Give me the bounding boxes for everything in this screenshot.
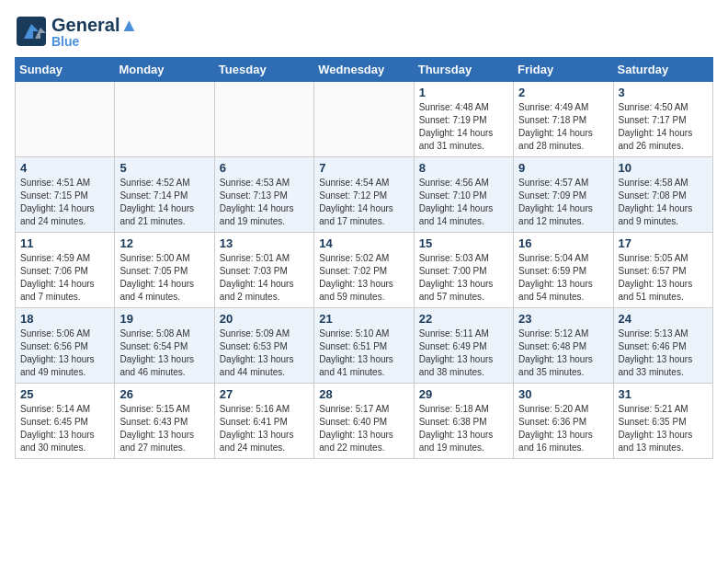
day-number: 15 bbox=[419, 236, 508, 250]
day-number: 11 bbox=[20, 236, 109, 250]
calendar-cell: 12Sunrise: 5:00 AMSunset: 7:05 PMDayligh… bbox=[115, 233, 214, 308]
day-info: Sunrise: 4:53 AMSunset: 7:13 PMDaylight:… bbox=[220, 177, 309, 228]
calendar-cell: 3Sunrise: 4:50 AMSunset: 7:17 PMDaylight… bbox=[613, 82, 712, 157]
calendar-week-row: 11Sunrise: 4:59 AMSunset: 7:06 PMDayligh… bbox=[16, 233, 713, 308]
day-info: Sunrise: 5:08 AMSunset: 6:54 PMDaylight:… bbox=[119, 327, 209, 379]
calendar-cell: 20Sunrise: 5:09 AMSunset: 6:53 PMDayligh… bbox=[214, 308, 313, 384]
day-header-sunday: Sunday bbox=[16, 58, 115, 82]
calendar-cell: 7Sunrise: 4:54 AMSunset: 7:12 PMDaylight… bbox=[314, 157, 414, 233]
day-number: 29 bbox=[419, 387, 508, 401]
calendar-cell: 19Sunrise: 5:08 AMSunset: 6:54 PMDayligh… bbox=[115, 308, 214, 384]
day-info: Sunrise: 4:57 AMSunset: 7:09 PMDaylight:… bbox=[518, 177, 608, 228]
calendar-cell: 9Sunrise: 4:57 AMSunset: 7:09 PMDaylight… bbox=[514, 157, 613, 233]
day-header-thursday: Thursday bbox=[414, 58, 513, 82]
calendar-cell: 8Sunrise: 4:56 AMSunset: 7:10 PMDaylight… bbox=[414, 157, 513, 233]
day-number: 10 bbox=[619, 161, 708, 175]
calendar-cell: 26Sunrise: 5:15 AMSunset: 6:43 PMDayligh… bbox=[115, 384, 214, 459]
calendar-cell: 1Sunrise: 4:48 AMSunset: 7:19 PMDaylight… bbox=[414, 82, 513, 157]
calendar-cell: 11Sunrise: 4:59 AMSunset: 7:06 PMDayligh… bbox=[16, 233, 115, 308]
day-number: 5 bbox=[119, 161, 209, 175]
day-number: 14 bbox=[319, 236, 408, 250]
day-header-saturday: Saturday bbox=[613, 58, 712, 82]
day-info: Sunrise: 5:00 AMSunset: 7:05 PMDaylight:… bbox=[119, 252, 209, 304]
day-info: Sunrise: 5:10 AMSunset: 6:51 PMDaylight:… bbox=[319, 327, 408, 379]
day-number: 2 bbox=[518, 86, 608, 99]
day-info: Sunrise: 5:17 AMSunset: 6:40 PMDaylight:… bbox=[319, 403, 408, 454]
calendar-cell: 15Sunrise: 5:03 AMSunset: 7:00 PMDayligh… bbox=[414, 233, 513, 308]
day-number: 6 bbox=[220, 161, 309, 175]
calendar-cell: 28Sunrise: 5:17 AMSunset: 6:40 PMDayligh… bbox=[314, 384, 414, 459]
day-number: 3 bbox=[619, 86, 708, 99]
day-number: 23 bbox=[518, 312, 608, 326]
day-number: 1 bbox=[419, 86, 508, 99]
day-number: 12 bbox=[119, 236, 209, 250]
calendar-week-row: 1Sunrise: 4:48 AMSunset: 7:19 PMDaylight… bbox=[16, 82, 713, 157]
day-info: Sunrise: 4:54 AMSunset: 7:12 PMDaylight:… bbox=[319, 177, 408, 228]
day-info: Sunrise: 4:56 AMSunset: 7:10 PMDaylight:… bbox=[419, 177, 508, 228]
day-number: 26 bbox=[119, 387, 209, 401]
calendar-cell: 25Sunrise: 5:14 AMSunset: 6:45 PMDayligh… bbox=[16, 384, 115, 459]
calendar-cell: 22Sunrise: 5:11 AMSunset: 6:49 PMDayligh… bbox=[414, 308, 513, 384]
calendar-week-row: 18Sunrise: 5:06 AMSunset: 6:56 PMDayligh… bbox=[16, 308, 713, 384]
day-info: Sunrise: 4:50 AMSunset: 7:17 PMDaylight:… bbox=[619, 101, 708, 153]
day-number: 20 bbox=[220, 312, 309, 326]
day-info: Sunrise: 5:20 AMSunset: 6:36 PMDaylight:… bbox=[518, 403, 608, 454]
calendar-cell: 4Sunrise: 4:51 AMSunset: 7:15 PMDaylight… bbox=[16, 157, 115, 233]
calendar-cell: 29Sunrise: 5:18 AMSunset: 6:38 PMDayligh… bbox=[414, 384, 513, 459]
calendar-cell: 6Sunrise: 4:53 AMSunset: 7:13 PMDaylight… bbox=[214, 157, 313, 233]
calendar-cell bbox=[214, 82, 313, 157]
day-info: Sunrise: 4:58 AMSunset: 7:08 PMDaylight:… bbox=[619, 177, 708, 228]
day-number: 8 bbox=[419, 161, 508, 175]
day-number: 17 bbox=[619, 236, 708, 250]
day-info: Sunrise: 4:59 AMSunset: 7:06 PMDaylight:… bbox=[20, 252, 109, 304]
day-info: Sunrise: 5:13 AMSunset: 6:46 PMDaylight:… bbox=[619, 327, 708, 379]
day-info: Sunrise: 5:18 AMSunset: 6:38 PMDaylight:… bbox=[419, 403, 508, 454]
calendar-week-row: 4Sunrise: 4:51 AMSunset: 7:15 PMDaylight… bbox=[16, 157, 713, 233]
calendar-cell: 13Sunrise: 5:01 AMSunset: 7:03 PMDayligh… bbox=[214, 233, 313, 308]
day-number: 24 bbox=[619, 312, 708, 326]
day-header-tuesday: Tuesday bbox=[214, 58, 313, 82]
day-info: Sunrise: 5:04 AMSunset: 6:59 PMDaylight:… bbox=[518, 252, 608, 304]
day-info: Sunrise: 4:51 AMSunset: 7:15 PMDaylight:… bbox=[20, 177, 109, 228]
day-number: 22 bbox=[419, 312, 508, 326]
calendar-cell: 14Sunrise: 5:02 AMSunset: 7:02 PMDayligh… bbox=[314, 233, 414, 308]
calendar-header-row: SundayMondayTuesdayWednesdayThursdayFrid… bbox=[16, 58, 713, 82]
day-number: 13 bbox=[220, 236, 309, 250]
day-header-monday: Monday bbox=[115, 58, 214, 82]
calendar-cell: 2Sunrise: 4:49 AMSunset: 7:18 PMDaylight… bbox=[514, 82, 613, 157]
day-number: 21 bbox=[319, 312, 408, 326]
calendar-cell: 21Sunrise: 5:10 AMSunset: 6:51 PMDayligh… bbox=[314, 308, 414, 384]
day-number: 18 bbox=[20, 312, 109, 326]
logo: General▲ Blue bbox=[15, 15, 138, 48]
day-header-friday: Friday bbox=[514, 58, 613, 82]
calendar-cell: 10Sunrise: 4:58 AMSunset: 7:08 PMDayligh… bbox=[613, 157, 712, 233]
day-info: Sunrise: 5:14 AMSunset: 6:45 PMDaylight:… bbox=[20, 403, 109, 454]
calendar-cell bbox=[16, 82, 115, 157]
calendar-cell: 31Sunrise: 5:21 AMSunset: 6:35 PMDayligh… bbox=[613, 384, 712, 459]
calendar-cell: 27Sunrise: 5:16 AMSunset: 6:41 PMDayligh… bbox=[214, 384, 313, 459]
page-header: General▲ Blue bbox=[15, 15, 713, 48]
day-number: 30 bbox=[518, 387, 608, 401]
day-info: Sunrise: 5:21 AMSunset: 6:35 PMDaylight:… bbox=[619, 403, 708, 454]
calendar-cell bbox=[314, 82, 414, 157]
day-info: Sunrise: 4:49 AMSunset: 7:18 PMDaylight:… bbox=[518, 101, 608, 153]
day-number: 27 bbox=[220, 387, 309, 401]
calendar-cell: 16Sunrise: 5:04 AMSunset: 6:59 PMDayligh… bbox=[514, 233, 613, 308]
day-info: Sunrise: 5:01 AMSunset: 7:03 PMDaylight:… bbox=[220, 252, 309, 304]
day-info: Sunrise: 5:11 AMSunset: 6:49 PMDaylight:… bbox=[419, 327, 508, 379]
calendar-week-row: 25Sunrise: 5:14 AMSunset: 6:45 PMDayligh… bbox=[16, 384, 713, 459]
logo-name: General▲ bbox=[51, 15, 138, 35]
day-number: 7 bbox=[319, 161, 408, 175]
day-info: Sunrise: 5:06 AMSunset: 6:56 PMDaylight:… bbox=[20, 327, 109, 379]
calendar-cell: 18Sunrise: 5:06 AMSunset: 6:56 PMDayligh… bbox=[16, 308, 115, 384]
day-number: 16 bbox=[518, 236, 608, 250]
day-number: 28 bbox=[319, 387, 408, 401]
logo-icon bbox=[15, 15, 48, 48]
day-info: Sunrise: 5:05 AMSunset: 6:57 PMDaylight:… bbox=[619, 252, 708, 304]
day-number: 4 bbox=[20, 161, 109, 175]
calendar-cell: 23Sunrise: 5:12 AMSunset: 6:48 PMDayligh… bbox=[514, 308, 613, 384]
calendar-cell: 30Sunrise: 5:20 AMSunset: 6:36 PMDayligh… bbox=[514, 384, 613, 459]
day-info: Sunrise: 5:02 AMSunset: 7:02 PMDaylight:… bbox=[319, 252, 408, 304]
day-info: Sunrise: 4:48 AMSunset: 7:19 PMDaylight:… bbox=[419, 101, 508, 153]
calendar-cell: 24Sunrise: 5:13 AMSunset: 6:46 PMDayligh… bbox=[613, 308, 712, 384]
